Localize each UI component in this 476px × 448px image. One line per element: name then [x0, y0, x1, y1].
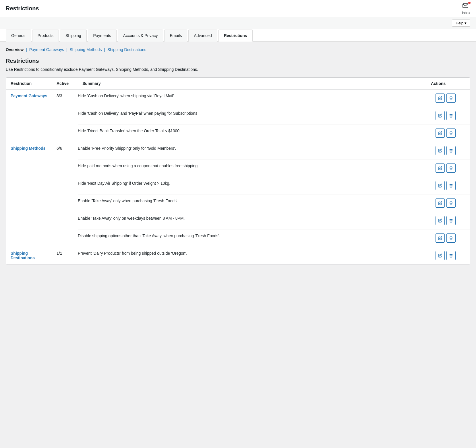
actions-cell	[436, 177, 470, 194]
actions-cell	[436, 107, 470, 124]
restrictions-table: Restriction Active Summary Actions Payme…	[6, 77, 470, 264]
sub-nav-shipping-destinations[interactable]: Shipping Destinations	[107, 47, 146, 52]
summary-text: Enable 'Take Away' only when purchasing …	[78, 194, 436, 212]
tab-products[interactable]: Products	[32, 30, 59, 42]
content-area: Overview | Payment Gateways | Shipping M…	[0, 42, 476, 448]
table-body: Payment Gateways3/3Hide 'Cash on Deliver…	[6, 89, 470, 264]
restriction-count: 6/6	[52, 142, 78, 159]
inbox-label: Inbox	[462, 11, 470, 15]
actions-cell	[436, 142, 470, 159]
edit-button[interactable]	[436, 94, 445, 103]
table-row: Hide paid methods when using a coupon th…	[6, 159, 470, 177]
summary-text: Hide 'Cash on Delivery' when shipping vi…	[78, 89, 436, 107]
tab-advanced[interactable]: Advanced	[188, 30, 217, 42]
col-restriction: Restriction	[11, 81, 57, 86]
delete-button[interactable]	[446, 128, 456, 138]
table-row: Payment Gateways3/3Hide 'Cash on Deliver…	[6, 89, 470, 107]
help-bar: Help ▾	[0, 17, 476, 29]
sub-nav: Overview | Payment Gateways | Shipping M…	[6, 47, 470, 52]
chevron-down-icon: ▾	[465, 21, 467, 25]
inbox-button[interactable]: Inbox	[462, 2, 470, 15]
sub-nav-payment-gateways[interactable]: Payment Gateways	[29, 47, 64, 52]
delete-button[interactable]	[446, 233, 456, 243]
summary-text: Hide 'Next Day Air Shipping' if Order We…	[78, 177, 436, 194]
actions-cell	[436, 194, 470, 212]
summary-text: Prevent 'Dairy Products' from being ship…	[78, 247, 436, 264]
tab-general[interactable]: General	[6, 30, 31, 42]
sub-nav-overview: Overview	[6, 47, 24, 52]
restriction-count: 1/1	[52, 247, 78, 264]
edit-button[interactable]	[436, 163, 445, 173]
edit-button[interactable]	[436, 198, 445, 208]
table-row: Disable shipping options other than 'Tak…	[6, 229, 470, 247]
help-button[interactable]: Help ▾	[452, 20, 470, 27]
actions-cell	[436, 229, 470, 247]
inbox-badge	[468, 2, 471, 4]
delete-button[interactable]	[446, 216, 456, 225]
restriction-count: 3/3	[52, 89, 78, 107]
delete-button[interactable]	[446, 251, 456, 260]
section-desc: Use Restrictions to conditionally exclud…	[6, 67, 470, 72]
actions-cell	[436, 212, 470, 229]
edit-button[interactable]	[436, 146, 445, 155]
summary-text: Enable 'Take Away' only on weekdays betw…	[78, 212, 436, 229]
table-row: Hide 'Cash on Delivery' and 'PayPal' whe…	[6, 107, 470, 124]
edit-button[interactable]	[436, 181, 445, 190]
summary-text: Hide 'Cash on Delivery' and 'PayPal' whe…	[78, 107, 436, 124]
page-title: Restrictions	[6, 5, 39, 12]
summary-text: Hide 'Direct Bank Transfer' when the Ord…	[78, 124, 436, 142]
summary-text: Enable 'Free Priority Shipping' only for…	[78, 142, 436, 159]
col-active: Active	[57, 81, 82, 86]
table-row: Shipping Methods6/6Enable 'Free Priority…	[6, 142, 470, 159]
delete-button[interactable]	[446, 146, 456, 155]
delete-button[interactable]	[446, 198, 456, 208]
edit-button[interactable]	[436, 233, 445, 243]
actions-cell	[436, 89, 470, 107]
actions-cell	[436, 247, 470, 264]
tab-accounts-privacy[interactable]: Accounts & Privacy	[118, 30, 163, 42]
table-header: Restriction Active Summary Actions	[6, 78, 470, 89]
summary-text: Hide paid methods when using a coupon th…	[78, 159, 436, 177]
table-row: Hide 'Next Day Air Shipping' if Order We…	[6, 177, 470, 194]
table-row: Enable 'Take Away' only when purchasing …	[6, 194, 470, 212]
col-actions: Actions	[431, 81, 465, 86]
top-bar: Restrictions Inbox	[0, 0, 476, 17]
delete-button[interactable]	[446, 111, 456, 120]
sub-nav-shipping-methods[interactable]: Shipping Methods	[70, 47, 102, 52]
restriction-name-link[interactable]: Shipping Destinations	[11, 251, 35, 260]
tab-payments[interactable]: Payments	[88, 30, 117, 42]
summary-text: Disable shipping options other than 'Tak…	[78, 229, 436, 247]
edit-button[interactable]	[436, 128, 445, 138]
tab-restrictions[interactable]: Restrictions	[218, 30, 253, 42]
restriction-name-link[interactable]: Shipping Methods	[11, 146, 45, 151]
table-row: Enable 'Take Away' only on weekdays betw…	[6, 212, 470, 229]
edit-button[interactable]	[436, 251, 445, 260]
table-row: Shipping Destinations1/1Prevent 'Dairy P…	[6, 247, 470, 264]
restriction-name-link[interactable]: Payment Gateways	[11, 94, 47, 98]
edit-button[interactable]	[436, 216, 445, 225]
delete-button[interactable]	[446, 181, 456, 190]
restriction-group-2: Shipping Destinations1/1Prevent 'Dairy P…	[6, 247, 470, 264]
delete-button[interactable]	[446, 163, 456, 173]
table-row: Hide 'Direct Bank Transfer' when the Ord…	[6, 124, 470, 142]
actions-cell	[436, 124, 470, 142]
edit-button[interactable]	[436, 111, 445, 120]
tab-shipping[interactable]: Shipping	[60, 30, 87, 42]
restriction-group-1: Shipping Methods6/6Enable 'Free Priority…	[6, 142, 470, 247]
col-summary: Summary	[82, 81, 431, 86]
tabs-bar: GeneralProductsShippingPaymentsAccounts …	[0, 29, 476, 42]
tab-emails[interactable]: Emails	[164, 30, 187, 42]
section-title: Restrictions	[6, 58, 470, 64]
restriction-group-0: Payment Gateways3/3Hide 'Cash on Deliver…	[6, 89, 470, 142]
actions-cell	[436, 159, 470, 177]
delete-button[interactable]	[446, 94, 456, 103]
